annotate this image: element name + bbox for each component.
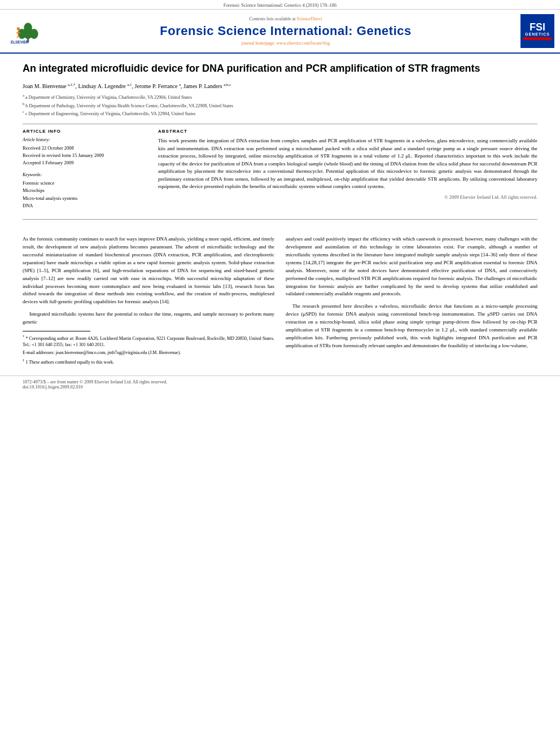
journal-title: Forensic Science International: Genetics xyxy=(160,24,411,38)
body-text-area: As the forensic community continues to s… xyxy=(0,235,560,367)
keyword-2: Microchips xyxy=(23,187,147,195)
keywords-list: Forensic science Microchips Micro-total … xyxy=(23,180,147,210)
body-col-left: As the forensic community continues to s… xyxy=(23,235,274,367)
keywords-section: Keywords: Forensic science Microchips Mi… xyxy=(23,172,147,210)
affiliation-b: b b Department of Pathology, University … xyxy=(23,101,537,109)
affiliation-c: c c Department of Engineering, Universit… xyxy=(23,109,537,117)
article-info-col: ARTICLE INFO Article history: Received 2… xyxy=(23,129,147,210)
article-history-title: Article history: xyxy=(23,137,147,142)
header-right: FSI GENETICS xyxy=(520,14,554,48)
abstract-col: ABSTRACT This work presents the integrat… xyxy=(158,129,537,210)
sciencedirect-link[interactable]: ScienceDirect xyxy=(297,16,322,21)
contents-available: Contents lists available at ScienceDirec… xyxy=(250,16,322,21)
abstract-label: ABSTRACT xyxy=(158,129,537,134)
body-para-3: analyses and could positively impact the… xyxy=(286,235,537,299)
footnote-email: E-mail addresses: joan.bienvenue@lmco.co… xyxy=(23,350,274,356)
body-col-right: analyses and could positively impact the… xyxy=(286,235,537,367)
abstract-text: This work presents the integration of DN… xyxy=(158,137,537,191)
journal-homepage: journal homepage: www.elsevier.com/locat… xyxy=(242,41,330,46)
keyword-4: DNA xyxy=(23,202,147,210)
homepage-url[interactable]: www.elsevier.com/locate/fsig xyxy=(277,41,330,46)
fsi-logo-subtext: GENETICS xyxy=(525,32,550,36)
journal-bar: Forensic Science International: Genetics… xyxy=(0,0,560,10)
body-para-1: As the forensic community continues to s… xyxy=(23,235,274,306)
body-para-2: Integrated microfluidic systems have the… xyxy=(23,311,274,326)
elsevier-logo: ELSEVIER xyxy=(10,19,47,44)
authors-line: Joan M. Bienvenue a,1,*, Lindsay A. Lege… xyxy=(23,82,537,89)
info-abstract-row: ARTICLE INFO Article history: Received 2… xyxy=(23,129,537,210)
copyright-line: © 2009 Elsevier Ireland Ltd. All rights … xyxy=(158,194,537,200)
authors-text: Joan M. Bienvenue a,1,*, Lindsay A. Lege… xyxy=(23,83,231,89)
header-center: Contents lists available at ScienceDirec… xyxy=(56,14,515,48)
fsi-logo-decoration xyxy=(523,37,552,40)
header-left: ELSEVIER xyxy=(6,14,51,48)
received-date2: Received in revised form 15 January 2009 xyxy=(23,152,147,159)
svg-line-9 xyxy=(16,35,18,37)
keywords-label: Keywords: xyxy=(23,172,147,177)
svg-point-5 xyxy=(16,27,19,30)
keyword-3: Micro-total analysis systems xyxy=(23,195,147,203)
svg-point-4 xyxy=(24,23,32,33)
header-section: ELSEVIER Contents lists available at Sci… xyxy=(0,10,560,54)
received-date1: Received 22 October 2008 xyxy=(23,145,147,152)
svg-rect-12 xyxy=(523,37,552,40)
article-info-label: ARTICLE INFO xyxy=(23,129,147,134)
affiliations: a a Department of Chemistry, University … xyxy=(23,93,537,117)
fsi-logo-text: FSI xyxy=(530,22,545,32)
svg-text:ELSEVIER: ELSEVIER xyxy=(11,40,29,44)
affiliation-a: a a Department of Chemistry, University … xyxy=(23,93,537,101)
page-container: Forensic Science International: Genetics… xyxy=(0,0,560,393)
fsi-logo: FSI GENETICS xyxy=(520,14,554,48)
footnote-divider xyxy=(23,331,90,331)
abstract-paragraph: This work presents the integration of DN… xyxy=(158,137,537,191)
doi-line: doi:10.1016/j.fsigen.2009.02.010 xyxy=(23,385,537,390)
body-divider xyxy=(23,219,537,220)
footnote-equal: 1 1 These authors contributed equally to… xyxy=(23,357,274,365)
article-body: An integrated microfluidic device for DN… xyxy=(0,54,560,235)
footnote-corresponding: * * Corresponding author at: Room 4A26, … xyxy=(23,334,274,348)
journal-citation: Forensic Science International: Genetics… xyxy=(224,2,337,8)
issn-line: 1872-4973/$ – see front matter © 2009 El… xyxy=(23,379,537,385)
article-title: An integrated microfluidic device for DN… xyxy=(23,62,537,75)
accepted-date: Accepted 1 February 2009 xyxy=(23,159,147,167)
bottom-bar: 1872-4973/$ – see front matter © 2009 El… xyxy=(0,375,560,393)
body-para-4: The research presented here describes a … xyxy=(286,303,537,350)
keyword-1: Forensic science xyxy=(23,180,147,187)
section-divider xyxy=(23,124,537,124)
